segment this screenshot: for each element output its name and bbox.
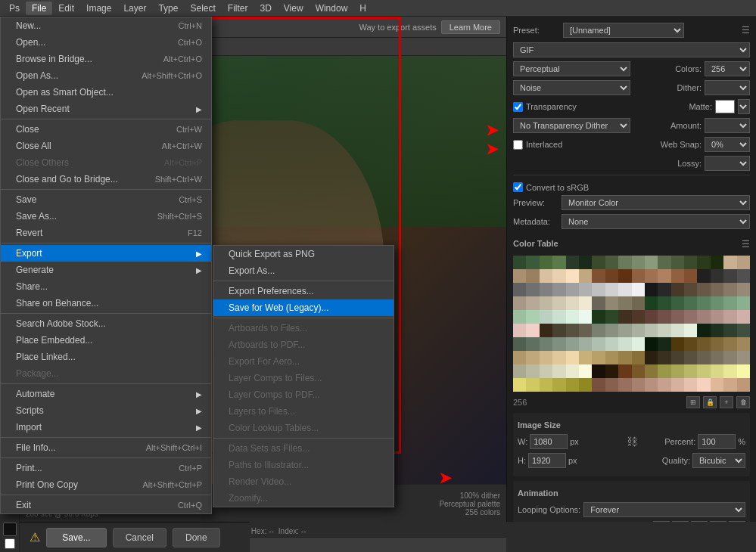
color-cell[interactable]	[697, 310, 710, 324]
color-cell[interactable]	[513, 256, 526, 269]
color-cell[interactable]	[513, 283, 526, 296]
color-cell[interactable]	[552, 351, 565, 364]
color-cell[interactable]	[658, 256, 670, 269]
color-cell[interactable]	[526, 269, 539, 283]
color-cell[interactable]	[697, 364, 710, 378]
color-cell[interactable]	[618, 364, 631, 378]
color-cell[interactable]	[671, 337, 684, 351]
color-cell[interactable]	[592, 351, 605, 364]
menu-export[interactable]: Export▶ Quick Export as PNG Export As...…	[1, 245, 211, 262]
color-cell[interactable]	[526, 296, 539, 310]
color-cell[interactable]	[605, 351, 618, 364]
color-cell[interactable]	[697, 378, 710, 392]
color-cell[interactable]	[632, 269, 645, 283]
color-cell[interactable]	[552, 310, 565, 324]
menu-export-as[interactable]: Export As...	[213, 262, 394, 279]
menu-item-edit[interactable]: Edit	[52, 2, 80, 15]
color-cell[interactable]	[632, 296, 645, 310]
color-cell[interactable]	[711, 378, 723, 392]
color-cell[interactable]	[658, 378, 670, 392]
menu-package[interactable]: Package...	[1, 365, 211, 382]
format-select[interactable]: GIF	[513, 42, 750, 57]
menu-item-filter[interactable]: Filter	[222, 2, 254, 15]
color-cell[interactable]	[711, 324, 723, 337]
color-cell[interactable]	[723, 269, 736, 283]
color-cell[interactable]	[737, 296, 750, 310]
color-cell[interactable]	[526, 364, 539, 378]
color-cell[interactable]	[658, 296, 670, 310]
menu-print-one-copy[interactable]: Print One CopyAlt+Shift+Ctrl+P	[1, 476, 211, 493]
color-cell[interactable]	[684, 310, 697, 324]
color-cell[interactable]	[579, 256, 592, 269]
menu-layers-to-files[interactable]: Layers to Files...	[213, 403, 394, 420]
color-cell[interactable]	[513, 269, 526, 283]
menu-file-info[interactable]: File Info...Alt+Shift+Ctrl+I	[1, 439, 211, 456]
menu-color-lookup[interactable]: Color Lookup Tables...	[213, 420, 394, 436]
color-cell[interactable]	[671, 378, 684, 392]
menu-zoomify[interactable]: Zoomify...	[213, 490, 394, 507]
menu-artboards-files[interactable]: Artboards to Files...	[213, 320, 394, 336]
color-cell[interactable]	[605, 256, 618, 269]
color-cell[interactable]	[645, 269, 658, 283]
done-button[interactable]: Done	[173, 528, 220, 547]
color-cell[interactable]	[513, 378, 526, 392]
color-cell[interactable]	[684, 256, 697, 269]
playback-play-btn[interactable]: ▶	[691, 521, 708, 522]
color-cell[interactable]	[697, 269, 710, 283]
color-cell[interactable]	[658, 324, 670, 337]
color-cell[interactable]	[579, 269, 592, 283]
color-cell[interactable]	[711, 256, 723, 269]
color-cell[interactable]	[605, 364, 618, 378]
menu-import[interactable]: Import▶	[1, 419, 211, 436]
dither-select[interactable]	[705, 80, 750, 95]
interlaced-checkbox[interactable]	[513, 140, 523, 150]
color-cell[interactable]	[632, 310, 645, 324]
color-cell[interactable]	[566, 310, 579, 324]
color-cell[interactable]	[566, 283, 579, 296]
color-cell[interactable]	[605, 337, 618, 351]
color-cell[interactable]	[684, 337, 697, 351]
color-cell[interactable]	[658, 269, 670, 283]
color-cell[interactable]	[645, 337, 658, 351]
matte-swatch[interactable]	[715, 100, 735, 113]
color-cell[interactable]	[737, 378, 750, 392]
color-cell[interactable]	[711, 337, 723, 351]
menu-layer-comps-files[interactable]: Layer Comps to Files...	[213, 370, 394, 386]
menu-scripts[interactable]: Scripts▶	[1, 402, 211, 419]
color-cell[interactable]	[618, 283, 631, 296]
color-cell[interactable]	[645, 364, 658, 378]
color-cell[interactable]	[645, 256, 658, 269]
color-cell[interactable]	[566, 351, 579, 364]
color-cell[interactable]	[552, 296, 565, 310]
menu-browse-bridge[interactable]: Browse in Bridge...Alt+Ctrl+O	[1, 51, 211, 67]
color-cell[interactable]	[592, 378, 605, 392]
reduction-select[interactable]: Perceptual	[513, 61, 630, 76]
looping-select[interactable]: Forever	[583, 502, 745, 517]
color-cell[interactable]	[513, 324, 526, 337]
color-cell[interactable]	[540, 296, 552, 310]
color-cell[interactable]	[632, 351, 645, 364]
color-cell[interactable]	[632, 283, 645, 296]
color-table-settings-icon[interactable]: ☰	[742, 239, 750, 250]
convert-srgb-checkbox[interactable]	[513, 182, 523, 192]
transparency-checkbox[interactable]	[513, 102, 523, 112]
menu-close[interactable]: CloseCtrl+W	[1, 121, 211, 138]
color-cell[interactable]	[605, 378, 618, 392]
tool-foreground-color[interactable]	[3, 523, 17, 536]
color-cell[interactable]	[684, 351, 697, 364]
color-cell[interactable]	[592, 296, 605, 310]
color-cell[interactable]	[605, 324, 618, 337]
color-cell[interactable]	[671, 283, 684, 296]
menu-item-view[interactable]: View	[278, 2, 310, 15]
color-cell[interactable]	[723, 283, 736, 296]
color-cell[interactable]	[671, 269, 684, 283]
color-cell[interactable]	[579, 283, 592, 296]
color-cell[interactable]	[711, 364, 723, 378]
color-cell[interactable]	[552, 337, 565, 351]
color-cell[interactable]	[566, 364, 579, 378]
color-cell[interactable]	[513, 337, 526, 351]
color-cell[interactable]	[618, 296, 631, 310]
color-cell[interactable]	[552, 256, 565, 269]
color-cell[interactable]	[605, 283, 618, 296]
menu-save-for-web[interactable]: Save for Web (Legacy)...	[213, 299, 394, 316]
